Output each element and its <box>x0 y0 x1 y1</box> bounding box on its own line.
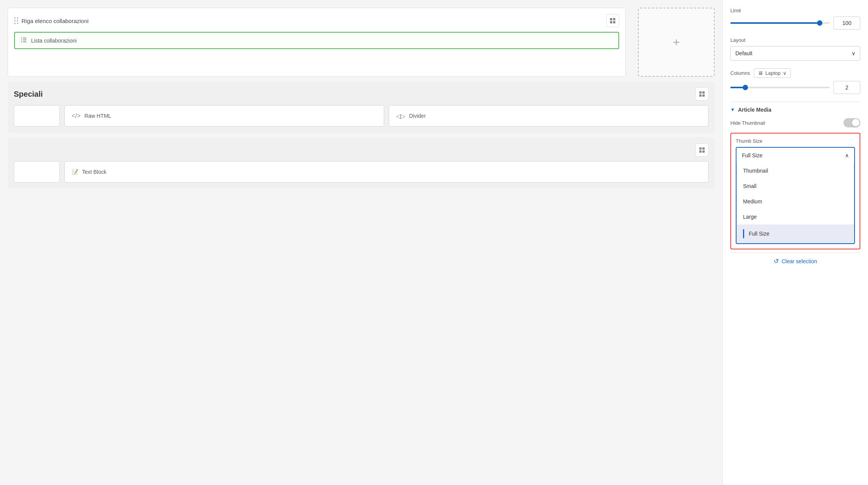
right-sidebar: Limit 100 Layout Default ∨ Columns 🖥 Lap… <box>722 0 868 485</box>
divider-block[interactable]: ◁▷ Divider <box>389 105 709 127</box>
device-label: Laptop <box>765 70 781 76</box>
refresh-icon: ↺ <box>774 257 779 265</box>
limit-label: Limit <box>730 8 860 13</box>
thumb-size-section: Thumb Size Full Size ∧ Thumbnail Small M… <box>730 133 860 249</box>
thumb-size-trigger[interactable]: Full Size ∧ <box>736 148 854 163</box>
hide-thumbnail-toggle[interactable] <box>843 118 860 127</box>
block-title: Riga elenco collaborazioni <box>14 17 89 24</box>
device-select[interactable]: 🖥 Laptop ∨ <box>754 68 791 78</box>
thumb-size-value: Full Size <box>742 152 763 158</box>
chevron-down-icon: ∨ <box>852 50 855 56</box>
text-block[interactable]: 📝 Text Block <box>64 161 709 183</box>
empty-block-1 <box>14 105 60 127</box>
collapse-arrow-icon: ▼ <box>730 107 735 112</box>
svg-rect-13 <box>702 94 705 97</box>
svg-rect-14 <box>699 147 702 150</box>
layout-label: Layout <box>730 37 860 43</box>
clear-selection-label: Clear selection <box>782 258 817 264</box>
option-thumbnail-label: Thumbnail <box>743 168 768 174</box>
svg-rect-5 <box>23 38 26 38</box>
columns-input[interactable]: 2 <box>833 81 860 94</box>
list-text-icon <box>20 36 27 45</box>
chevron-up-icon: ∧ <box>845 152 849 158</box>
option-full-size[interactable]: Full Size <box>737 224 854 243</box>
hide-thumbnail-label: Hide Thumbnail <box>730 120 765 126</box>
option-large-label: Large <box>743 214 757 220</box>
drag-handle[interactable] <box>14 17 18 24</box>
bottom-options-button[interactable] <box>695 144 709 157</box>
lista-item-label: Lista collaborazioni <box>31 38 77 44</box>
text-block-label: Text Block <box>82 169 107 175</box>
option-medium[interactable]: Medium <box>737 194 854 209</box>
limit-slider[interactable] <box>730 19 830 27</box>
raw-html-block[interactable]: </> Raw HTML <box>64 105 384 127</box>
code-icon: </> <box>72 112 81 119</box>
selected-indicator <box>743 229 744 238</box>
add-block-button[interactable]: + <box>638 8 715 77</box>
divider-label: Divider <box>409 113 426 119</box>
block-options-button[interactable] <box>606 14 619 27</box>
bottom-empty-block <box>14 161 60 183</box>
option-small-label: Small <box>743 183 756 189</box>
svg-rect-10 <box>699 91 702 94</box>
svg-rect-16 <box>699 150 702 153</box>
text-block-icon: 📝 <box>72 169 78 175</box>
article-media-label: Article Media <box>738 107 771 113</box>
svg-rect-3 <box>613 21 615 23</box>
svg-rect-12 <box>699 94 702 97</box>
device-chevron-icon: ∨ <box>783 70 787 76</box>
thumb-size-dropdown[interactable]: Full Size ∧ Thumbnail Small Medium Large <box>736 147 855 244</box>
svg-rect-9 <box>23 41 26 42</box>
divider-icon: ◁▷ <box>396 112 405 120</box>
svg-rect-1 <box>613 18 615 20</box>
svg-rect-6 <box>21 40 22 40</box>
lista-collaborazioni-item[interactable]: Lista collaborazioni <box>14 32 619 49</box>
option-small[interactable]: Small <box>737 178 854 194</box>
svg-rect-4 <box>21 38 22 38</box>
article-media-header[interactable]: ▼ Article Media <box>730 107 860 113</box>
svg-rect-15 <box>702 147 705 150</box>
svg-rect-17 <box>702 150 705 153</box>
raw-html-label: Raw HTML <box>84 113 111 119</box>
monitor-icon: 🖥 <box>758 70 763 76</box>
speciali-title: Speciali <box>14 90 43 99</box>
layout-value: Default <box>735 50 752 56</box>
thumb-size-list: Thumbnail Small Medium Large Full Size <box>736 163 854 243</box>
option-medium-label: Medium <box>743 198 762 205</box>
layout-select[interactable]: Default ∨ <box>730 46 860 61</box>
svg-rect-8 <box>21 41 22 42</box>
clear-selection-button[interactable]: ↺ Clear selection <box>730 252 860 269</box>
plus-icon: + <box>673 35 680 49</box>
option-full-size-label: Full Size <box>749 231 769 237</box>
svg-rect-11 <box>702 91 705 94</box>
option-large[interactable]: Large <box>737 209 854 224</box>
speciali-options-button[interactable] <box>695 87 709 101</box>
svg-rect-2 <box>610 21 612 23</box>
svg-rect-0 <box>610 18 612 20</box>
columns-label: Columns <box>730 70 750 76</box>
limit-input[interactable]: 100 <box>833 16 860 30</box>
columns-slider[interactable] <box>730 84 830 91</box>
svg-rect-7 <box>23 40 26 40</box>
thumb-size-label: Thumb Size <box>736 138 855 144</box>
option-thumbnail[interactable]: Thumbnail <box>737 163 854 178</box>
